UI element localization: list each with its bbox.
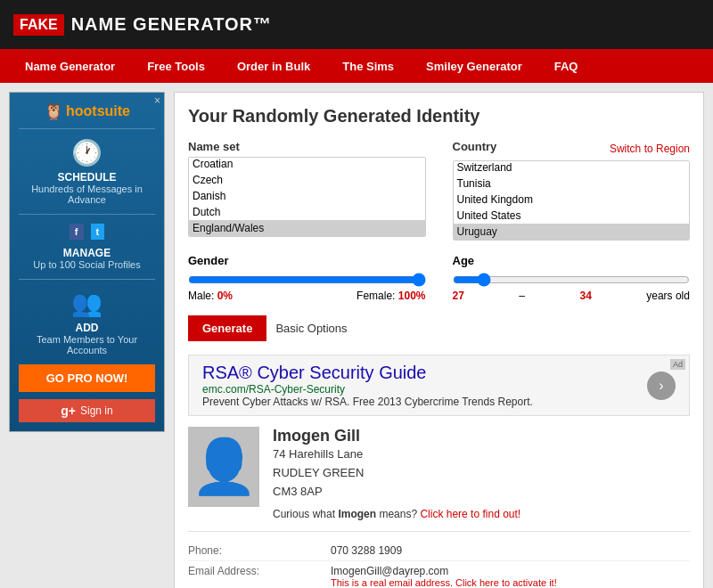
option-dutch: Dutch — [189, 204, 425, 220]
go-pro-button[interactable]: GO PRO NOW! — [19, 364, 155, 392]
name-set-select[interactable]: Croatian Czech Danish Dutch England/Wale… — [188, 157, 426, 237]
ad-description: Prevent Cyber Attacks w/ RSA. Free 2013 … — [202, 396, 638, 408]
google-signin-button[interactable]: g+ Sign in — [19, 399, 155, 422]
age-min-slider[interactable] — [453, 273, 691, 287]
nav-smiley-generator[interactable]: Smiley Generator — [410, 49, 538, 83]
gplus-icon: g+ — [61, 404, 76, 418]
site-logo: FAKE NAME GENERATOR™ — [13, 14, 272, 36]
address-line1: 74 Harehills Lane — [273, 445, 690, 464]
option-danish: Danish — [189, 188, 425, 204]
main-nav: Name Generator Free Tools Order in Bulk … — [0, 49, 713, 83]
form-row-top: Name set Croatian Czech Danish Dutch Eng… — [188, 140, 690, 241]
address-line3: CM3 8AP — [273, 483, 690, 502]
profile-info: Imogen Gill 74 Harehills Lane RUDLEY GRE… — [273, 427, 690, 520]
page-title: Your Randomly Generated Identity — [188, 106, 690, 127]
avatar: 👤 — [188, 427, 259, 507]
female-label: Female: 100% — [356, 290, 425, 302]
gender-slider[interactable] — [188, 273, 426, 287]
profile-section: 👤 Imogen Gill 74 Harehills Lane RUDLEY G… — [188, 427, 690, 520]
option-tunisia: Tunisia — [454, 176, 690, 192]
age-max-value: 34 — [579, 290, 591, 302]
gender-values: Male: 0% Female: 100% — [188, 290, 426, 302]
manage-desc: Up to 100 Social Profiles — [19, 259, 155, 270]
divider2 — [19, 214, 155, 215]
option-us: United States — [454, 208, 690, 224]
nav-the-sims[interactable]: The Sims — [326, 49, 410, 83]
option-croatian: Croatian — [189, 157, 425, 172]
address-line2: RUDLEY GREEN — [273, 464, 690, 483]
profile-name: Imogen Gill — [273, 427, 690, 445]
country-select[interactable]: Switzerland Tunisia United Kingdom Unite… — [453, 160, 691, 241]
country-group: Country Switch to Region Switzerland Tun… — [453, 140, 691, 241]
option-czech: Czech — [189, 172, 425, 188]
add-title: ADD — [19, 322, 155, 334]
details-table: Phone: 070 3288 1909 Email Address: Imog… — [188, 531, 690, 588]
divider3 — [19, 279, 155, 280]
add-desc: Team Members to Your Accounts — [19, 334, 155, 355]
email-label: Email Address: — [188, 565, 331, 588]
manage-title: MANAGE — [19, 247, 155, 259]
facebook-icon: f — [70, 224, 84, 240]
option-england-wales: England/Wales — [189, 220, 425, 236]
switch-to-region-link[interactable]: Switch to Region — [610, 143, 690, 155]
age-group: Age 27 – 34 years old — [453, 254, 691, 302]
country-label-row: Country Switch to Region — [453, 140, 691, 157]
site-header: FAKE NAME GENERATOR™ — [0, 0, 713, 49]
ad-title[interactable]: RSA® Cyber Security Guide — [202, 363, 638, 383]
name-set-group: Name set Croatian Czech Danish Dutch Eng… — [188, 140, 426, 241]
name-meaning: Curious what Imogen means? Click here to… — [273, 508, 690, 520]
nav-faq[interactable]: FAQ — [538, 49, 594, 83]
schedule-section: 🕐 SCHEDULE Hundreds of Messages in Advan… — [19, 138, 155, 205]
profile-address: 74 Harehills Lane RUDLEY GREEN CM3 8AP — [273, 445, 690, 501]
name-set-label: Name set — [188, 140, 426, 153]
male-label: Male: 0% — [188, 290, 233, 302]
hootsuite-logo: 🦉 hootsuite — [19, 102, 155, 121]
button-row: Generate Basic Options — [188, 315, 690, 341]
schedule-desc: Hundreds of Messages in Advance — [19, 184, 155, 205]
generate-button[interactable]: Generate — [188, 315, 266, 341]
main-content: × 🦉 hootsuite 🕐 SCHEDULE Hundreds of Mes… — [0, 83, 713, 588]
age-label: Age — [453, 254, 691, 267]
twitter-icon: t — [91, 224, 105, 240]
sidebar-ad: × 🦉 hootsuite 🕐 SCHEDULE Hundreds of Mes… — [9, 92, 165, 588]
avatar-silhouette: 👤 — [191, 440, 258, 494]
option-uruguay: Uruguay — [454, 224, 690, 240]
nav-free-tools[interactable]: Free Tools — [131, 49, 221, 83]
option-switzerland: Switzerland — [454, 160, 690, 176]
close-icon[interactable]: × — [154, 94, 160, 107]
site-name: NAME GENERATOR™ — [71, 14, 272, 35]
fake-label: FAKE — [13, 14, 64, 36]
option-uk: United Kingdom — [454, 192, 690, 208]
add-section: 👥 ADD Team Members to Your Accounts — [19, 289, 155, 355]
country-label: Country — [453, 140, 497, 153]
nav-name-generator[interactable]: Name Generator — [9, 49, 131, 83]
owl-icon: 🦉 — [44, 102, 63, 121]
clock-icon: 🕐 — [19, 138, 155, 167]
ad-badge: Ad — [670, 359, 685, 370]
phone-label: Phone: — [188, 544, 331, 557]
name-meaning-link[interactable]: Click here to find out! — [420, 508, 520, 520]
age-values: 27 – 34 years old — [453, 290, 691, 302]
ad-banner: Ad RSA® Cyber Security Guide emc.com/RSA… — [188, 355, 690, 416]
email-value: ImogenGill@dayrep.com This is a real ema… — [331, 565, 557, 588]
nav-order-bulk[interactable]: Order in Bulk — [221, 49, 326, 83]
phone-value: 070 3288 1909 — [331, 544, 402, 557]
gender-label: Gender — [188, 254, 426, 267]
ad-content: RSA® Cyber Security Guide emc.com/RSA-Cy… — [202, 363, 638, 408]
email-row: Email Address: ImogenGill@dayrep.com Thi… — [188, 561, 690, 588]
phone-row: Phone: 070 3288 1909 — [188, 541, 690, 561]
email-activate-link[interactable]: This is a real email address. Click here… — [331, 577, 557, 588]
divider — [19, 128, 155, 129]
basic-options-button[interactable]: Basic Options — [275, 322, 347, 335]
ad-url: emc.com/RSA-Cyber-Security — [202, 383, 638, 396]
ad-next-button[interactable]: › — [647, 372, 676, 400]
manage-section: f t MANAGE Up to 100 Social Profiles — [19, 224, 155, 270]
content-area: Your Randomly Generated Identity Name se… — [174, 92, 704, 588]
gender-group: Gender Male: 0% Female: 100% — [188, 254, 426, 302]
age-min-value: 27 — [453, 290, 464, 302]
ad-box: × 🦉 hootsuite 🕐 SCHEDULE Hundreds of Mes… — [9, 92, 165, 432]
age-separator: – — [519, 290, 525, 302]
people-icon: 👥 — [19, 289, 155, 318]
age-suffix: years old — [646, 290, 690, 302]
schedule-title: SCHEDULE — [19, 171, 155, 184]
